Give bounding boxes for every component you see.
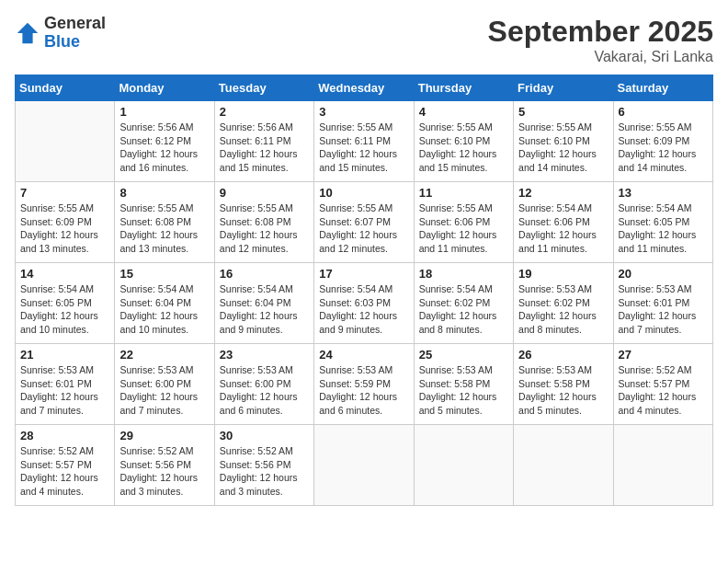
day-info: Sunrise: 5:52 AM Sunset: 5:56 PM Dayligh… bbox=[119, 444, 209, 499]
day-info: Sunrise: 5:54 AM Sunset: 6:03 PM Dayligh… bbox=[319, 282, 408, 337]
day-number: 4 bbox=[419, 105, 508, 119]
day-number: 23 bbox=[220, 348, 309, 362]
day-info: Sunrise: 5:52 AM Sunset: 5:57 PM Dayligh… bbox=[619, 363, 708, 418]
calendar-cell: 18Sunrise: 5:54 AM Sunset: 6:02 PM Dayli… bbox=[414, 263, 513, 344]
day-number: 17 bbox=[319, 267, 408, 281]
day-number: 19 bbox=[518, 267, 608, 281]
logo-blue-text: Blue bbox=[44, 33, 106, 52]
day-info: Sunrise: 5:53 AM Sunset: 5:58 PM Dayligh… bbox=[518, 363, 608, 418]
day-info: Sunrise: 5:54 AM Sunset: 6:04 PM Dayligh… bbox=[220, 282, 309, 337]
day-number: 8 bbox=[119, 186, 209, 200]
calendar-cell: 24Sunrise: 5:53 AM Sunset: 5:59 PM Dayli… bbox=[314, 344, 414, 425]
day-number: 14 bbox=[20, 267, 109, 281]
calendar-cell bbox=[16, 101, 115, 182]
calendar-cell: 15Sunrise: 5:54 AM Sunset: 6:04 PM Dayli… bbox=[115, 263, 214, 344]
day-info: Sunrise: 5:53 AM Sunset: 6:02 PM Dayligh… bbox=[518, 282, 608, 337]
day-number: 28 bbox=[20, 429, 109, 442]
calendar-cell: 22Sunrise: 5:53 AM Sunset: 6:00 PM Dayli… bbox=[115, 344, 214, 425]
logo-general-text: General bbox=[44, 15, 106, 33]
day-info: Sunrise: 5:54 AM Sunset: 6:02 PM Dayligh… bbox=[419, 282, 508, 337]
day-number: 30 bbox=[220, 429, 309, 442]
calendar-cell: 23Sunrise: 5:53 AM Sunset: 6:00 PM Dayli… bbox=[214, 344, 313, 425]
day-number: 1 bbox=[119, 105, 209, 119]
day-info: Sunrise: 5:55 AM Sunset: 6:09 PM Dayligh… bbox=[619, 121, 708, 175]
day-info: Sunrise: 5:54 AM Sunset: 6:06 PM Dayligh… bbox=[518, 201, 608, 256]
day-info: Sunrise: 5:55 AM Sunset: 6:07 PM Dayligh… bbox=[319, 201, 408, 256]
calendar-cell: 3Sunrise: 5:55 AM Sunset: 6:11 PM Daylig… bbox=[314, 101, 414, 182]
calendar-cell: 26Sunrise: 5:53 AM Sunset: 5:58 PM Dayli… bbox=[514, 344, 613, 425]
calendar-cell bbox=[314, 425, 414, 506]
calendar-cell: 30Sunrise: 5:52 AM Sunset: 5:56 PM Dayli… bbox=[214, 425, 313, 506]
week-row-0: 1Sunrise: 5:56 AM Sunset: 6:12 PM Daylig… bbox=[16, 101, 713, 182]
month-title: September 2025 bbox=[488, 15, 713, 49]
calendar-cell: 12Sunrise: 5:54 AM Sunset: 6:06 PM Dayli… bbox=[514, 182, 613, 263]
calendar: SundayMondayTuesdayWednesdayThursdayFrid… bbox=[15, 75, 713, 506]
day-number: 18 bbox=[419, 267, 508, 281]
day-number: 22 bbox=[119, 348, 209, 362]
day-number: 24 bbox=[319, 348, 408, 362]
day-info: Sunrise: 5:54 AM Sunset: 6:05 PM Dayligh… bbox=[619, 201, 708, 256]
logo: General Blue bbox=[15, 15, 106, 52]
week-row-1: 7Sunrise: 5:55 AM Sunset: 6:09 PM Daylig… bbox=[16, 182, 713, 263]
day-info: Sunrise: 5:54 AM Sunset: 6:05 PM Dayligh… bbox=[20, 282, 109, 337]
day-number: 6 bbox=[619, 105, 708, 119]
day-number: 16 bbox=[220, 267, 309, 281]
week-row-4: 28Sunrise: 5:52 AM Sunset: 5:57 PM Dayli… bbox=[16, 425, 713, 506]
calendar-cell: 21Sunrise: 5:53 AM Sunset: 6:01 PM Dayli… bbox=[16, 344, 115, 425]
calendar-cell: 20Sunrise: 5:53 AM Sunset: 6:01 PM Dayli… bbox=[613, 263, 712, 344]
day-number: 29 bbox=[119, 429, 209, 442]
calendar-cell: 9Sunrise: 5:55 AM Sunset: 6:08 PM Daylig… bbox=[214, 182, 313, 263]
calendar-cell: 4Sunrise: 5:55 AM Sunset: 6:10 PM Daylig… bbox=[414, 101, 513, 182]
calendar-cell: 25Sunrise: 5:53 AM Sunset: 5:58 PM Dayli… bbox=[414, 344, 513, 425]
day-info: Sunrise: 5:53 AM Sunset: 6:01 PM Dayligh… bbox=[619, 282, 708, 337]
day-info: Sunrise: 5:52 AM Sunset: 5:56 PM Dayligh… bbox=[220, 444, 309, 499]
calendar-cell: 28Sunrise: 5:52 AM Sunset: 5:57 PM Dayli… bbox=[16, 425, 115, 506]
weekday-header-tuesday: Tuesday bbox=[214, 75, 313, 101]
title-area: September 2025 Vakarai, Sri Lanka bbox=[488, 15, 713, 65]
logo-icon bbox=[15, 20, 40, 46]
day-info: Sunrise: 5:53 AM Sunset: 6:01 PM Dayligh… bbox=[20, 363, 109, 418]
day-info: Sunrise: 5:56 AM Sunset: 6:12 PM Dayligh… bbox=[119, 121, 209, 175]
calendar-cell bbox=[514, 425, 613, 506]
calendar-cell: 27Sunrise: 5:52 AM Sunset: 5:57 PM Dayli… bbox=[613, 344, 712, 425]
calendar-cell: 17Sunrise: 5:54 AM Sunset: 6:03 PM Dayli… bbox=[314, 263, 414, 344]
weekday-header-wednesday: Wednesday bbox=[314, 75, 414, 101]
weekday-header-friday: Friday bbox=[514, 75, 613, 101]
calendar-cell: 1Sunrise: 5:56 AM Sunset: 6:12 PM Daylig… bbox=[115, 101, 214, 182]
svg-marker-0 bbox=[17, 23, 38, 43]
day-number: 21 bbox=[20, 348, 109, 362]
calendar-cell: 5Sunrise: 5:55 AM Sunset: 6:10 PM Daylig… bbox=[514, 101, 613, 182]
calendar-cell: 10Sunrise: 5:55 AM Sunset: 6:07 PM Dayli… bbox=[314, 182, 414, 263]
day-info: Sunrise: 5:54 AM Sunset: 6:04 PM Dayligh… bbox=[119, 282, 209, 337]
week-row-2: 14Sunrise: 5:54 AM Sunset: 6:05 PM Dayli… bbox=[16, 263, 713, 344]
day-info: Sunrise: 5:55 AM Sunset: 6:10 PM Dayligh… bbox=[419, 121, 508, 175]
day-info: Sunrise: 5:53 AM Sunset: 5:58 PM Dayligh… bbox=[419, 363, 508, 418]
day-number: 15 bbox=[119, 267, 209, 281]
calendar-cell: 11Sunrise: 5:55 AM Sunset: 6:06 PM Dayli… bbox=[414, 182, 513, 263]
calendar-cell: 6Sunrise: 5:55 AM Sunset: 6:09 PM Daylig… bbox=[613, 101, 712, 182]
location-title: Vakarai, Sri Lanka bbox=[488, 49, 713, 65]
day-number: 20 bbox=[619, 267, 708, 281]
logo-text: General Blue bbox=[44, 15, 106, 52]
day-number: 25 bbox=[419, 348, 508, 362]
day-info: Sunrise: 5:56 AM Sunset: 6:11 PM Dayligh… bbox=[220, 121, 309, 175]
weekday-header-monday: Monday bbox=[115, 75, 214, 101]
day-number: 27 bbox=[619, 348, 708, 362]
day-number: 11 bbox=[419, 186, 508, 200]
calendar-cell: 7Sunrise: 5:55 AM Sunset: 6:09 PM Daylig… bbox=[16, 182, 115, 263]
calendar-cell: 29Sunrise: 5:52 AM Sunset: 5:56 PM Dayli… bbox=[115, 425, 214, 506]
day-info: Sunrise: 5:55 AM Sunset: 6:09 PM Dayligh… bbox=[20, 201, 109, 256]
day-number: 26 bbox=[518, 348, 608, 362]
calendar-cell bbox=[613, 425, 712, 506]
day-number: 10 bbox=[319, 186, 408, 200]
day-number: 5 bbox=[518, 105, 608, 119]
day-info: Sunrise: 5:55 AM Sunset: 6:06 PM Dayligh… bbox=[419, 201, 508, 256]
header: General Blue September 2025 Vakarai, Sri… bbox=[15, 15, 713, 65]
day-info: Sunrise: 5:53 AM Sunset: 5:59 PM Dayligh… bbox=[319, 363, 408, 418]
weekday-header-sunday: Sunday bbox=[16, 75, 115, 101]
day-number: 13 bbox=[619, 186, 708, 200]
day-info: Sunrise: 5:55 AM Sunset: 6:11 PM Dayligh… bbox=[319, 121, 408, 175]
calendar-cell bbox=[414, 425, 513, 506]
calendar-cell: 2Sunrise: 5:56 AM Sunset: 6:11 PM Daylig… bbox=[214, 101, 313, 182]
calendar-cell: 13Sunrise: 5:54 AM Sunset: 6:05 PM Dayli… bbox=[613, 182, 712, 263]
